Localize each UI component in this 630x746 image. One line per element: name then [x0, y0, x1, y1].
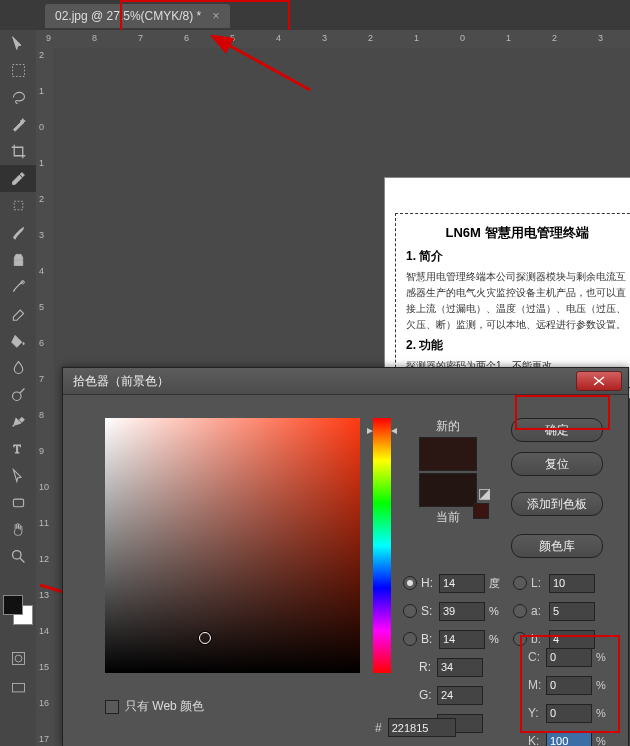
eraser-icon[interactable]: [0, 300, 36, 327]
current-color-swatch[interactable]: [419, 473, 477, 507]
gamut-color-swatch[interactable]: [473, 503, 489, 519]
crop-icon[interactable]: [0, 138, 36, 165]
reset-button[interactable]: 复位: [511, 452, 603, 476]
r-input[interactable]: [437, 658, 483, 677]
ok-button[interactable]: 确定: [511, 418, 603, 442]
lab-fields: L: a: b:: [513, 570, 595, 654]
shape-icon[interactable]: [0, 489, 36, 516]
checkbox-icon[interactable]: [105, 700, 119, 714]
l-input[interactable]: [549, 574, 595, 593]
close-button[interactable]: [576, 371, 622, 391]
type-icon[interactable]: T: [0, 435, 36, 462]
radio-s[interactable]: [403, 604, 417, 618]
clone-icon[interactable]: [0, 246, 36, 273]
lasso-icon[interactable]: [0, 84, 36, 111]
dialog-title: 拾色器（前景色）: [73, 374, 169, 388]
heal-icon[interactable]: [0, 192, 36, 219]
dodge-icon[interactable]: [0, 381, 36, 408]
m-input[interactable]: [546, 676, 592, 695]
doc-section-1: 1. 简介: [406, 248, 628, 265]
new-color-swatch: [419, 437, 477, 471]
hue-slider[interactable]: [373, 418, 391, 673]
dialog-titlebar[interactable]: 拾色器（前景色）: [63, 368, 628, 395]
foreground-swatch[interactable]: [3, 595, 23, 615]
bucket-icon[interactable]: [0, 327, 36, 354]
wand-icon[interactable]: [0, 111, 36, 138]
svg-point-3: [12, 392, 20, 401]
color-libraries-button[interactable]: 颜色库: [511, 534, 603, 558]
brush-icon[interactable]: [0, 219, 36, 246]
radio-b[interactable]: [403, 632, 417, 646]
b-input[interactable]: [439, 630, 485, 649]
quickmask-icon[interactable]: [0, 645, 36, 672]
hex-input[interactable]: [388, 718, 456, 737]
hsb-fields: H:度 S:% B:% R: G: B:: [403, 570, 500, 738]
s-input[interactable]: [439, 602, 485, 621]
gamut-warning-icon[interactable]: ◪: [478, 485, 491, 501]
k-input[interactable]: [546, 732, 592, 747]
svg-rect-0: [12, 65, 24, 77]
g-input[interactable]: [437, 686, 483, 705]
document-tab[interactable]: 02.jpg @ 27.5%(CMYK/8) * ×: [45, 4, 230, 28]
new-label: 新的: [408, 418, 488, 435]
svg-point-8: [15, 655, 22, 662]
hue-slider-thumb[interactable]: [391, 428, 397, 434]
radio-h[interactable]: [403, 576, 417, 590]
eyedropper-icon[interactable]: [0, 165, 36, 192]
svg-rect-5: [13, 499, 23, 507]
saturation-value-field[interactable]: [105, 418, 360, 673]
svg-point-6: [12, 551, 20, 560]
history-brush-icon[interactable]: [0, 273, 36, 300]
sv-cursor[interactable]: [199, 632, 211, 644]
hue-slider-thumb[interactable]: [367, 428, 373, 434]
svg-text:T: T: [13, 442, 21, 456]
doc-section-2: 2. 功能: [406, 337, 628, 354]
hex-label: #: [375, 721, 382, 735]
add-to-swatches-button[interactable]: 添加到色板: [511, 492, 603, 516]
svg-rect-9: [12, 683, 24, 692]
path-select-icon[interactable]: [0, 462, 36, 489]
y-input[interactable]: [546, 704, 592, 723]
tab-label: 02.jpg @ 27.5%(CMYK/8) *: [55, 9, 201, 23]
a-input[interactable]: [549, 602, 595, 621]
cmyk-fields: C:% M:% Y:% K:%: [528, 644, 606, 746]
screenmode-icon[interactable]: [0, 675, 36, 702]
zoom-icon[interactable]: [0, 543, 36, 570]
toolbar: T: [0, 30, 37, 746]
hex-field: #: [375, 718, 456, 737]
svg-rect-1: [14, 201, 23, 210]
doc-paragraph-1: 智慧用电管理终端本公司探测器模块与剩余电流互感器生产的电气火灾监控设备主机产品，…: [406, 269, 628, 333]
pen-icon[interactable]: [0, 408, 36, 435]
marquee-icon[interactable]: [0, 57, 36, 84]
color-picker-dialog: 拾色器（前景色） 新的 当前 ◪ 确定 复位 添加到色板 颜色库 H:度 S:%: [62, 367, 629, 746]
radio-l[interactable]: [513, 576, 527, 590]
close-icon[interactable]: ×: [213, 9, 220, 23]
ruler-vertical: 21012345678910111213141516171819: [36, 48, 55, 746]
web-only-checkbox[interactable]: 只有 Web 颜色: [105, 698, 204, 715]
radio-a[interactable]: [513, 604, 527, 618]
blur-icon[interactable]: [0, 354, 36, 381]
doc-title: LN6M 智慧用电管理终端: [406, 224, 628, 242]
document-preview: LN6M 智慧用电管理终端 1. 简介 智慧用电管理终端本公司探测器模块与剩余电…: [385, 178, 630, 398]
document-tabs: 02.jpg @ 27.5%(CMYK/8) * ×: [0, 0, 630, 31]
web-only-label: 只有 Web 颜色: [125, 698, 204, 715]
c-input[interactable]: [546, 648, 592, 667]
hand-icon[interactable]: [0, 516, 36, 543]
svg-rect-7: [12, 653, 24, 665]
move-icon[interactable]: [0, 30, 36, 57]
ruler-horizontal: 9876543210123: [36, 30, 630, 49]
h-input[interactable]: [439, 574, 485, 593]
radio-lab-b[interactable]: [513, 632, 527, 646]
